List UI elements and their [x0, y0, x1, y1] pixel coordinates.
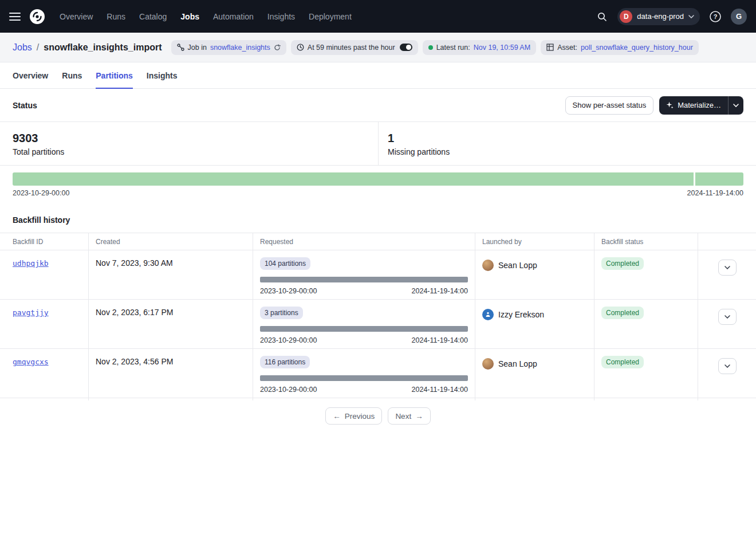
missing-partitions-stat: 1 Missing partitions	[378, 122, 756, 165]
arrow-left-icon: ←	[333, 412, 341, 421]
total-partitions-label: Total partitions	[13, 147, 365, 156]
row-actions-button[interactable]	[718, 260, 737, 276]
schedule-badge: At 59 minutes past the hour	[291, 40, 418, 55]
nav-item-deployment[interactable]: Deployment	[309, 12, 352, 21]
requested-range-start: 2023-10-29-00:00	[260, 386, 317, 394]
status-badge: Completed	[601, 356, 644, 368]
launched-by-name: Sean Lopp	[498, 261, 537, 270]
backfill-history-title: Backfill history	[0, 205, 756, 233]
nav-item-runs[interactable]: Runs	[107, 12, 125, 21]
requested-range-bar	[260, 277, 468, 282]
deployment-avatar: D	[620, 10, 632, 23]
previous-page-button[interactable]: ← Previous	[325, 407, 382, 425]
job-tabs: Overview Runs Partitions Insights	[0, 62, 756, 89]
table-row: udhpqjkb Nov 7, 2023, 9:30 AM 104 partit…	[0, 250, 756, 300]
backfill-id-link[interactable]: pavgtjjy	[13, 307, 49, 317]
avatar	[482, 260, 494, 271]
requested-range-start: 2023-10-29-00:00	[260, 287, 317, 295]
status-badge: Completed	[601, 257, 644, 270]
latest-run-label: Latest run:	[436, 44, 470, 52]
breadcrumb-jobs-link[interactable]: Jobs	[13, 42, 32, 53]
partition-stats: 9303 Total partitions 1 Missing partitio…	[0, 122, 756, 166]
breadcrumb-bar: Jobs / snowflake_insights_import Job in …	[0, 33, 756, 62]
next-page-button[interactable]: Next →	[388, 407, 430, 425]
materialize-dropdown-button[interactable]	[729, 96, 743, 115]
nav-item-catalog[interactable]: Catalog	[139, 12, 167, 21]
tab-runs[interactable]: Runs	[62, 62, 82, 89]
show-per-asset-status-button[interactable]: Show per-asset status	[565, 96, 654, 115]
launched-by-name: Izzy Erekson	[498, 310, 544, 319]
nav-item-automation[interactable]: Automation	[213, 12, 254, 21]
row-actions-button[interactable]	[718, 358, 737, 374]
menu-icon[interactable]	[9, 13, 21, 21]
requested-partitions-badge: 104 partitions	[260, 257, 310, 270]
pagination: ← Previous Next →	[0, 407, 756, 425]
dagster-logo[interactable]	[29, 8, 46, 25]
svg-text:?: ?	[714, 13, 718, 20]
requested-range-end: 2024-11-19-14:00	[412, 386, 468, 394]
backfill-id-link[interactable]: gmqvgcxs	[13, 356, 49, 366]
materialize-button[interactable]: Materialize…	[659, 96, 728, 115]
missing-partitions-value: 1	[388, 130, 743, 146]
nav-item-overview[interactable]: Overview	[60, 12, 93, 21]
created-cell: Nov 7, 2023, 9:30 AM	[96, 257, 246, 268]
tab-insights[interactable]: Insights	[147, 62, 178, 89]
requested-range-bar	[260, 326, 468, 332]
job-badge-prefix: Job in	[188, 44, 207, 52]
nav-item-insights[interactable]: Insights	[267, 12, 295, 21]
col-launched-by: Launched by	[475, 233, 594, 250]
status-title: Status	[13, 101, 37, 110]
missing-partitions-label: Missing partitions	[388, 147, 743, 156]
latest-run-link[interactable]: Nov 19, 10:59 AM	[474, 44, 530, 52]
help-icon[interactable]: ?	[707, 8, 724, 25]
next-label: Next	[395, 412, 411, 421]
asset-link[interactable]: poll_snowflake_query_history_hour	[581, 44, 693, 52]
col-actions	[698, 233, 756, 250]
col-backfill-status: Backfill status	[594, 233, 698, 250]
status-header: Status Show per-asset status Materialize…	[0, 89, 756, 122]
deployment-switcher[interactable]: D data-eng-prod	[617, 8, 700, 25]
schedule-label: At 59 minutes past the hour	[308, 44, 395, 52]
job-icon	[177, 44, 184, 51]
tab-overview[interactable]: Overview	[13, 62, 48, 89]
partition-health-bar[interactable]	[13, 172, 743, 186]
materialize-split-button: Materialize…	[659, 96, 743, 115]
requested-range-end: 2024-11-19-14:00	[412, 287, 468, 295]
col-backfill-id: Backfill ID	[0, 233, 88, 250]
sparkle-icon	[666, 101, 674, 109]
table-row: pavgtjjy Nov 2, 2023, 6:17 PM 3 partitio…	[0, 300, 756, 349]
user-avatar[interactable]: G	[731, 9, 747, 25]
status-badge: Completed	[601, 307, 644, 319]
asset-label: Asset:	[557, 44, 577, 52]
partition-range-start: 2023-10-29-00:00	[13, 189, 69, 197]
requested-partitions-badge: 3 partitions	[260, 307, 303, 319]
arrow-right-icon: →	[415, 412, 423, 421]
deployment-label: data-eng-prod	[637, 12, 684, 21]
asset-badge: Asset: poll_snowflake_query_history_hour	[541, 40, 699, 55]
row-actions-button[interactable]	[718, 309, 737, 325]
clock-icon	[297, 44, 304, 51]
reload-icon[interactable]	[274, 44, 281, 51]
tab-partitions[interactable]: Partitions	[96, 62, 133, 89]
job-location-link[interactable]: snowflake_insights	[210, 44, 270, 52]
partition-range-end: 2024-11-19-14:00	[687, 189, 743, 197]
latest-run-badge: Latest run: Nov 19, 10:59 AM	[423, 40, 536, 55]
chevron-down-icon	[688, 15, 694, 18]
requested-range-start: 2023-10-29-00:00	[260, 336, 317, 344]
missing-partition-gap	[694, 172, 695, 186]
job-location-badge: Job in snowflake_insights	[171, 40, 286, 55]
backfill-table-header: Backfill ID Created Requested Launched b…	[0, 233, 756, 250]
requested-partitions-badge: 116 partitions	[260, 356, 310, 368]
created-cell: Nov 2, 2023, 6:17 PM	[96, 307, 246, 317]
previous-label: Previous	[345, 412, 375, 421]
total-partitions-value: 9303	[13, 130, 365, 146]
schedule-toggle[interactable]	[400, 44, 412, 51]
col-created: Created	[88, 233, 253, 250]
app-header: Overview Runs Catalog Jobs Automation In…	[0, 0, 756, 33]
page-title: snowflake_insights_import	[44, 42, 162, 53]
run-status-dot	[428, 45, 433, 50]
nav-item-jobs[interactable]: Jobs	[180, 12, 199, 21]
search-icon[interactable]	[593, 8, 611, 25]
asset-grid-icon	[546, 44, 554, 51]
backfill-id-link[interactable]: udhpqjkb	[13, 257, 49, 268]
